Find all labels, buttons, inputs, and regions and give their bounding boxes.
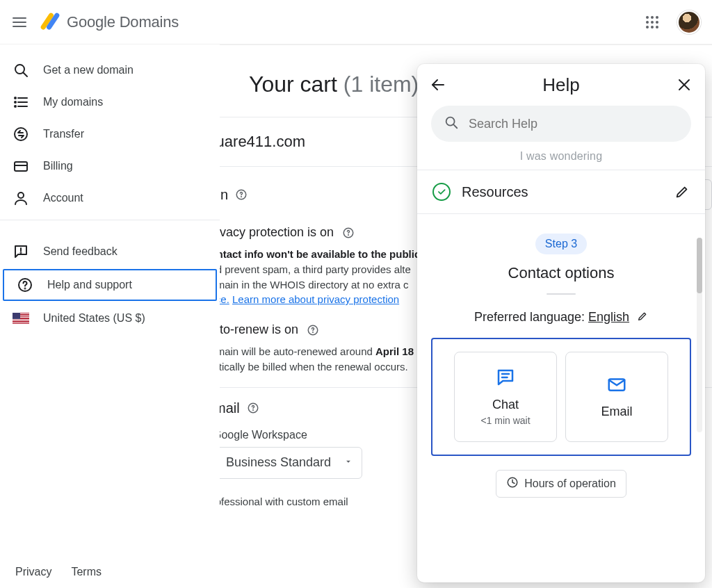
sidebar-item-account[interactable]: Account [0, 182, 220, 214]
sidebar-item-label: Help and support [47, 279, 132, 291]
svg-point-4 [651, 16, 654, 19]
email-label: Email [601, 405, 632, 419]
svg-line-40 [453, 124, 457, 128]
svg-point-18 [15, 101, 16, 103]
contact-options-heading: Contact options [417, 264, 705, 282]
svg-point-9 [646, 26, 649, 28]
help-tooltip-icon[interactable] [307, 324, 319, 336]
page-title: Your cart (1 item) [249, 72, 419, 97]
svg-point-27 [25, 288, 26, 289]
sidebar-item-label: Send feedback [43, 245, 118, 258]
chat-wait-time: <1 min wait [480, 415, 530, 426]
privacy-service-link[interactable]: rvice. [220, 293, 229, 305]
divider [547, 293, 576, 295]
help-tooltip-icon[interactable] [235, 188, 248, 201]
check-circle-icon [432, 183, 451, 201]
product-logo[interactable]: Google Domains [40, 13, 179, 32]
sidebar-item-feedback[interactable]: Send feedback [0, 236, 220, 268]
preferred-language: Preferred language: English [417, 310, 705, 325]
us-flag-icon [13, 313, 29, 324]
scrollbar[interactable] [697, 238, 702, 432]
svg-point-17 [15, 97, 16, 99]
svg-line-13 [24, 73, 28, 77]
list-icon [13, 94, 29, 111]
contact-email-card[interactable]: Email [565, 352, 668, 442]
divider [0, 220, 220, 220]
sidebar-item-get-domain[interactable]: Get a new domain [0, 54, 220, 86]
terms-link[interactable]: Terms [71, 566, 102, 578]
help-tooltip-icon[interactable] [342, 227, 355, 239]
app-header: Google Domains [0, 0, 712, 44]
svg-point-8 [656, 21, 658, 24]
search-icon [13, 62, 29, 79]
svg-point-10 [651, 26, 654, 28]
sidebar: Get a new domain My domains Transfer Bil… [0, 44, 220, 588]
svg-point-31 [348, 234, 349, 235]
help-panel: Help I was wondering Resources Step 3 Co… [417, 64, 705, 582]
account-avatar[interactable] [677, 10, 701, 34]
contact-options-box: Chat <1 min wait Email [431, 338, 691, 456]
help-icon [17, 277, 33, 293]
contact-chat-card[interactable]: Chat <1 min wait [454, 352, 557, 442]
transfer-icon [13, 126, 29, 142]
feedback-icon [13, 243, 29, 260]
autorenew-title: Auto-renew is on [220, 322, 298, 337]
chevron-down-icon [343, 455, 353, 470]
back-icon[interactable] [430, 76, 446, 93]
chat-label: Chat [492, 398, 519, 412]
previous-text-snippet: I was wondering [417, 149, 705, 170]
resources-label: Resources [462, 184, 663, 200]
close-icon[interactable] [676, 76, 693, 93]
sidebar-item-label: Transfer [43, 128, 84, 140]
sidebar-item-help[interactable]: Help and support [3, 269, 217, 301]
card-icon [13, 158, 29, 174]
workspace-plan-select[interactable]: Business Standard [220, 447, 362, 479]
edit-icon[interactable] [637, 311, 648, 325]
product-name: Google Domains [67, 13, 179, 31]
sidebar-item-billing[interactable]: Billing [0, 150, 220, 182]
svg-point-33 [313, 332, 314, 332]
person-icon [13, 190, 29, 206]
svg-point-7 [651, 21, 654, 24]
privacy-protection-body: contact info won't be available to the p… [220, 247, 420, 307]
svg-point-25 [21, 252, 22, 253]
logo-mark-icon [40, 13, 60, 32]
privacy-learn-more-link[interactable]: Learn more about privacy protection [232, 293, 399, 305]
chat-icon [495, 367, 516, 391]
step-badge: Step 3 [535, 234, 587, 254]
footer-links: Privacy Terms [15, 566, 102, 578]
help-search-input[interactable] [469, 117, 679, 131]
email-icon [606, 374, 627, 398]
svg-point-35 [252, 410, 253, 411]
edit-icon[interactable] [674, 184, 690, 199]
svg-point-11 [656, 26, 658, 28]
hours-of-operation-button[interactable]: Hours of operation [496, 470, 626, 498]
sidebar-item-label: United States (US $) [43, 312, 145, 325]
svg-point-20 [15, 128, 27, 140]
privacy-link[interactable]: Privacy [15, 566, 51, 578]
language-link[interactable]: English [588, 310, 629, 324]
svg-point-5 [656, 16, 658, 19]
svg-rect-21 [15, 162, 27, 171]
search-icon [444, 115, 459, 133]
autorenew-body: domain will be auto-renewed around April… [220, 344, 414, 375]
sidebar-item-label: Account [43, 192, 83, 204]
help-search[interactable] [431, 106, 691, 142]
apps-grid-icon[interactable] [644, 14, 661, 31]
svg-point-3 [646, 16, 649, 19]
resources-row[interactable]: Resources [417, 170, 705, 214]
svg-point-19 [15, 106, 16, 107]
sidebar-item-label: Billing [43, 160, 73, 172]
clock-icon [506, 476, 519, 491]
svg-point-29 [241, 197, 242, 197]
help-title: Help [542, 74, 579, 96]
svg-point-6 [646, 21, 649, 24]
sidebar-item-label: My domains [43, 96, 103, 108]
help-tooltip-icon[interactable] [247, 402, 259, 414]
menu-icon[interactable] [11, 14, 28, 31]
sidebar-item-region[interactable]: United States (US $) [0, 302, 220, 334]
registration-label: istration [220, 187, 228, 203]
sidebar-item-my-domains[interactable]: My domains [0, 86, 220, 118]
sidebar-item-transfer[interactable]: Transfer [0, 118, 220, 150]
privacy-protection-title: Privacy protection is on [220, 225, 334, 240]
